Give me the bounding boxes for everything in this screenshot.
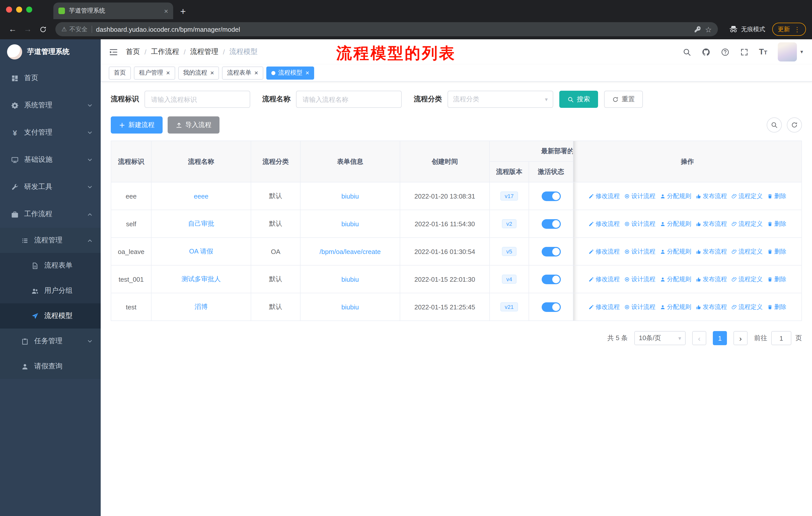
- font-size-icon[interactable]: TT: [759, 48, 767, 56]
- action-delete-link[interactable]: 删除: [767, 275, 786, 283]
- action-delete-link[interactable]: 删除: [767, 219, 786, 228]
- github-icon[interactable]: [701, 48, 710, 56]
- action-assign-rule-link[interactable]: 分配规则: [660, 192, 691, 200]
- active-toggle[interactable]: [542, 191, 560, 201]
- active-toggle[interactable]: [542, 302, 560, 312]
- tag-process-form[interactable]: 流程表单 ×: [222, 66, 263, 79]
- create-process-button[interactable]: 新建流程: [111, 116, 163, 134]
- forward-icon[interactable]: →: [21, 25, 34, 33]
- zoom-window-button[interactable]: [26, 6, 32, 12]
- action-delete-link[interactable]: 删除: [767, 303, 786, 311]
- action-modify-link[interactable]: 修改流程: [588, 247, 620, 256]
- column-header-version[interactable]: 流程版本: [490, 162, 529, 182]
- process-name-input[interactable]: [296, 91, 402, 108]
- tag-close-icon[interactable]: ×: [166, 70, 170, 76]
- fullscreen-icon[interactable]: [740, 48, 748, 56]
- breadcrumb-item[interactable]: 首页: [126, 47, 140, 56]
- category-select[interactable]: 流程分类 ▾: [447, 91, 553, 108]
- process-name-link[interactable]: 自己审批: [188, 220, 214, 227]
- tag-close-icon[interactable]: ×: [210, 70, 214, 76]
- column-header-active[interactable]: 激活状态: [529, 162, 573, 182]
- action-assign-rule-link[interactable]: 分配规则: [660, 247, 691, 256]
- action-publish-link[interactable]: 发布流程: [696, 303, 727, 311]
- page-number-current[interactable]: 1: [713, 331, 727, 345]
- close-window-button[interactable]: [6, 6, 12, 12]
- bookmark-star-icon[interactable]: ☆: [705, 25, 712, 33]
- action-publish-link[interactable]: 发布流程: [696, 275, 727, 283]
- minimize-window-button[interactable]: [16, 6, 22, 12]
- import-process-button[interactable]: 导入流程: [168, 116, 220, 134]
- avatar[interactable]: [778, 42, 797, 61]
- action-assign-rule-link[interactable]: 分配规则: [660, 219, 691, 228]
- action-publish-link[interactable]: 发布流程: [696, 247, 727, 256]
- action-design-link[interactable]: 设计流程: [624, 275, 656, 283]
- sidebar-item-process-form[interactable]: 流程表单: [0, 253, 101, 278]
- form-info-link[interactable]: biubiu: [341, 303, 359, 311]
- action-modify-link[interactable]: 修改流程: [588, 192, 620, 200]
- sidebar-item-user-group[interactable]: 用户分组: [0, 278, 101, 303]
- sidebar-toggle-icon[interactable]: [109, 47, 118, 57]
- user-menu[interactable]: ▼: [778, 42, 804, 61]
- sidebar-item-payment[interactable]: ¥ 支付管理: [0, 119, 101, 146]
- action-publish-link[interactable]: 发布流程: [696, 219, 727, 228]
- prev-page-button[interactable]: ‹: [692, 331, 706, 345]
- process-key-input[interactable]: [144, 91, 250, 108]
- action-definition-link[interactable]: 流程定义: [731, 275, 763, 283]
- reset-button[interactable]: 重置: [604, 91, 643, 108]
- browser-tab[interactable]: 芋道管理系统 ×: [53, 2, 173, 19]
- column-header-key[interactable]: 流程标识: [111, 141, 151, 182]
- action-publish-link[interactable]: 发布流程: [696, 192, 727, 200]
- action-assign-rule-link[interactable]: 分配规则: [660, 303, 691, 311]
- sidebar-item-devtools[interactable]: 研发工具: [0, 173, 101, 200]
- column-header-create-time[interactable]: 创建时间: [400, 141, 490, 182]
- address-bar[interactable]: ⚠ 不安全 dashboard.yudao.iocoder.cn/bpm/man…: [55, 22, 718, 36]
- action-design-link[interactable]: 设计流程: [624, 303, 656, 311]
- menu-dots-icon[interactable]: ⋮: [794, 26, 801, 32]
- sidebar-item-process-model[interactable]: 流程模型: [0, 303, 101, 329]
- action-modify-link[interactable]: 修改流程: [588, 303, 620, 311]
- action-delete-link[interactable]: 删除: [767, 247, 786, 256]
- process-name-link[interactable]: 测试多审批人: [181, 275, 221, 283]
- column-header-form[interactable]: 表单信息: [300, 141, 400, 182]
- search-button[interactable]: 搜索: [559, 91, 598, 108]
- sidebar-item-infrastructure[interactable]: 基础设施: [0, 146, 101, 173]
- form-info-link[interactable]: biubiu: [341, 220, 359, 227]
- tag-home[interactable]: 首页: [109, 66, 131, 79]
- reload-icon[interactable]: [36, 25, 49, 33]
- search-icon[interactable]: [683, 48, 691, 56]
- breadcrumb-item[interactable]: 工作流程: [151, 47, 179, 56]
- key-icon[interactable]: [693, 25, 701, 33]
- active-toggle[interactable]: [542, 247, 560, 256]
- action-definition-link[interactable]: 流程定义: [731, 303, 763, 311]
- sidebar-item-leave-query[interactable]: 请假查询: [0, 354, 101, 379]
- action-definition-link[interactable]: 流程定义: [731, 219, 763, 228]
- active-toggle[interactable]: [542, 274, 560, 284]
- action-assign-rule-link[interactable]: 分配规则: [660, 275, 691, 283]
- sidebar-item-task-management[interactable]: 任务管理: [0, 329, 101, 354]
- action-definition-link[interactable]: 流程定义: [731, 192, 763, 200]
- process-name-link[interactable]: eeee: [194, 192, 208, 200]
- process-name-link[interactable]: 滔博: [195, 303, 208, 310]
- action-design-link[interactable]: 设计流程: [624, 219, 656, 228]
- column-header-name[interactable]: 流程名称: [151, 141, 251, 182]
- search-circle-button[interactable]: [767, 117, 782, 133]
- tag-process-model-active[interactable]: 流程模型 ×: [266, 66, 314, 79]
- tag-close-icon[interactable]: ×: [254, 70, 258, 76]
- next-page-button[interactable]: ›: [733, 331, 748, 345]
- back-icon[interactable]: ←: [6, 25, 19, 33]
- sidebar-item-workflow[interactable]: 工作流程: [0, 200, 101, 228]
- browser-update-button[interactable]: 更新 ⋮: [772, 23, 806, 36]
- action-design-link[interactable]: 设计流程: [624, 192, 656, 200]
- sidebar-item-system[interactable]: 系统管理: [0, 92, 101, 119]
- action-modify-link[interactable]: 修改流程: [588, 219, 620, 228]
- sidebar-item-home[interactable]: 首页: [0, 64, 101, 92]
- goto-page-input[interactable]: [771, 331, 791, 345]
- sidebar-item-process-management[interactable]: 流程管理: [0, 228, 101, 253]
- security-chip[interactable]: ⚠ 不安全: [61, 25, 88, 33]
- breadcrumb-item[interactable]: 流程管理: [190, 47, 219, 56]
- form-info-link[interactable]: biubiu: [341, 192, 359, 200]
- form-info-link[interactable]: biubiu: [341, 275, 359, 283]
- column-header-category[interactable]: 流程分类: [251, 141, 300, 182]
- tag-tenant[interactable]: 租户管理 ×: [134, 66, 175, 79]
- help-icon[interactable]: [721, 48, 729, 56]
